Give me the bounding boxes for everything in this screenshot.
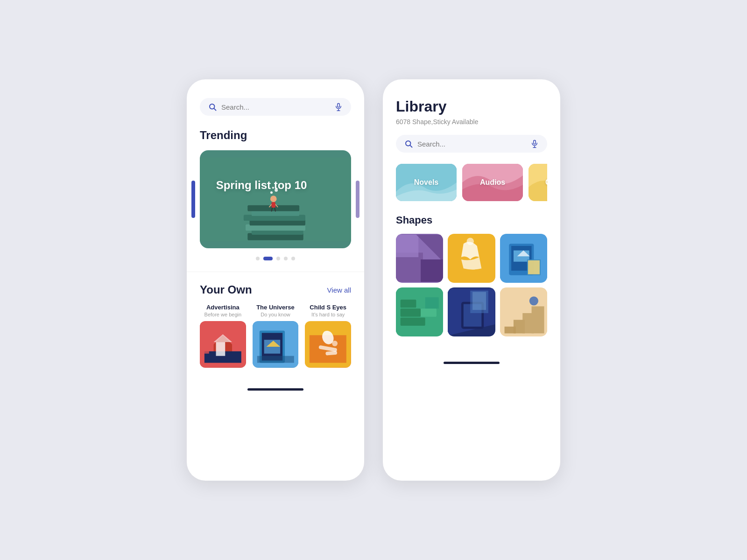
dot-4[interactable] [284, 257, 288, 260]
home-indicator-left [247, 388, 303, 391]
library-title: Library [396, 98, 547, 115]
shape-svg-6 [500, 287, 547, 336]
category-audios[interactable]: Audios [462, 164, 523, 201]
shape-svg-5 [448, 287, 495, 336]
shape-card-6[interactable] [500, 287, 547, 336]
book-item-2[interactable]: The Universe Do you know [253, 304, 299, 368]
svg-point-39 [332, 341, 338, 346]
svg-point-54 [467, 238, 474, 245]
shape-card-4[interactable] [396, 287, 443, 336]
shape-card-3[interactable] [500, 234, 547, 283]
home-indicator-right [444, 362, 500, 364]
svg-rect-27 [202, 350, 209, 354]
mic-icon-left [334, 103, 343, 111]
svg-rect-73 [472, 292, 486, 310]
book-cover-2 [253, 321, 299, 368]
search-bar-left[interactable] [200, 98, 351, 116]
trending-bg [200, 150, 351, 248]
svg-rect-2 [338, 104, 340, 107]
third-bg [529, 164, 547, 201]
search-icon-right [404, 140, 413, 148]
dot-2[interactable] [263, 257, 273, 260]
divider [187, 272, 364, 272]
svg-rect-63 [401, 308, 421, 316]
your-own-title: Your Own [200, 283, 252, 296]
shape-card-1[interactable] [396, 234, 443, 283]
book-title-1: Advertisina [200, 304, 246, 311]
left-indicator [191, 181, 195, 218]
svg-line-1 [214, 108, 216, 110]
svg-rect-67 [425, 297, 439, 308]
left-phone: Trending [187, 79, 364, 481]
book-subtitle-2: Do you know [253, 312, 299, 317]
book-cover-svg-3 [305, 321, 351, 368]
svg-rect-65 [401, 300, 416, 308]
shape-svg-3 [500, 234, 547, 283]
dot-1[interactable] [256, 257, 260, 260]
book-item-3[interactable]: Child S Eyes It's hard to say [305, 304, 351, 368]
dot-3[interactable] [276, 257, 280, 260]
trending-card[interactable]: Spring list top 10 [200, 150, 351, 248]
category-third[interactable]: Comics [529, 164, 547, 201]
shapes-title: Shapes [396, 214, 547, 226]
svg-rect-66 [421, 308, 437, 316]
view-all-button[interactable]: View all [327, 286, 351, 294]
right-phone: Library 6078 Shape,Sticky Available [383, 79, 560, 481]
book-title-3: Child S Eyes [305, 304, 351, 311]
trending-title: Trending [200, 129, 351, 142]
svg-rect-25 [216, 342, 226, 356]
category-novels[interactable]: Novels [396, 164, 457, 201]
book-cover-svg-2 [253, 321, 299, 368]
trending-card-text: Spring list top 10 [216, 179, 307, 192]
svg-rect-14 [271, 202, 275, 208]
shape-card-5[interactable] [448, 287, 495, 336]
book-subtitle-1: Before we begin [200, 312, 246, 317]
svg-line-41 [410, 145, 412, 147]
svg-rect-80 [514, 320, 525, 333]
screens-container: Trending [187, 79, 560, 481]
svg-rect-33 [257, 356, 294, 363]
dot-5[interactable] [291, 257, 295, 260]
search-input-left[interactable] [221, 103, 330, 111]
book-cover-1 [200, 321, 246, 368]
right-indicator [356, 181, 359, 218]
book-cover-3 [305, 321, 351, 368]
svg-rect-64 [401, 318, 425, 326]
category-third-label: Comics [545, 178, 547, 187]
shapes-grid-top [396, 234, 547, 283]
book-subtitle-3: It's hard to say [305, 312, 351, 317]
category-audios-label: Audios [480, 178, 505, 187]
trending-card-wrapper: Spring list top 10 [200, 150, 351, 248]
carousel-dots [200, 257, 351, 260]
shape-svg-4 [396, 287, 443, 336]
shape-svg-1 [396, 234, 443, 283]
svg-rect-61 [528, 260, 539, 274]
mic-icon-right [530, 140, 539, 148]
svg-point-13 [270, 196, 277, 202]
your-own-header: Your Own View all [200, 283, 351, 296]
svg-point-81 [529, 296, 538, 305]
svg-rect-42 [534, 140, 536, 144]
shapes-grid-bottom [396, 287, 547, 336]
svg-rect-78 [531, 306, 544, 333]
categories-row: Novels Audios Comics [396, 164, 547, 201]
search-bar-right[interactable] [396, 135, 547, 153]
book-item-1[interactable]: Advertisina Before we begin [200, 304, 246, 368]
search-input-right[interactable] [417, 140, 526, 148]
svg-rect-50 [396, 235, 418, 257]
book-cover-svg-1 [200, 321, 246, 368]
search-icon [208, 103, 217, 111]
svg-rect-52 [421, 259, 443, 282]
library-subtitle: 6078 Shape,Sticky Available [396, 118, 547, 126]
category-novels-label: Novels [414, 178, 438, 187]
shape-card-2[interactable] [448, 234, 495, 283]
books-row: Advertisina Before we begin [200, 304, 351, 368]
shape-svg-2 [448, 234, 495, 283]
book-title-2: The Universe [253, 304, 299, 311]
